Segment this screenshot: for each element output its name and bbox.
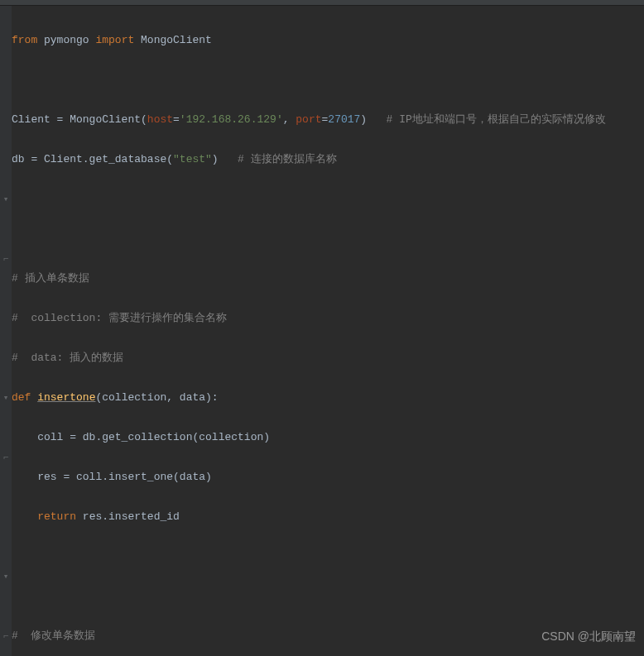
fold-down-icon[interactable]: ▾ bbox=[0, 388, 12, 408]
code-line[interactable]: return res.inserted_id bbox=[12, 507, 644, 527]
code-line[interactable]: def insertone(collection, data): bbox=[12, 388, 644, 408]
code-line[interactable] bbox=[12, 70, 644, 90]
fold-end-icon: ⌐ bbox=[0, 626, 12, 646]
fold-down-icon[interactable]: ▾ bbox=[0, 189, 12, 209]
code-line[interactable] bbox=[12, 547, 644, 567]
code-line[interactable]: # collection: 需要进行操作的集合名称 bbox=[12, 309, 644, 328]
code-line[interactable]: # data: 插入的数据 bbox=[12, 348, 644, 368]
code-line[interactable]: coll = db.get_collection(collection) bbox=[12, 428, 644, 448]
fold-end-icon: ⌐ bbox=[0, 249, 12, 269]
code-line[interactable]: res = coll.insert_one(data) bbox=[12, 467, 644, 487]
code-line[interactable]: # 修改单条数据 bbox=[12, 626, 644, 646]
code-line[interactable]: db = Client.get_database("test") # 连接的数据… bbox=[12, 150, 644, 170]
code-line[interactable]: # 插入单条数据 bbox=[12, 269, 644, 289]
code-area[interactable]: from pymongo import MongoClient Client =… bbox=[12, 6, 644, 656]
editor-gutter[interactable]: ▾ ⌐ ▾ ⌐ ▾ ⌐ bbox=[0, 6, 12, 656]
editor-tab-bar[interactable] bbox=[0, 0, 644, 6]
code-line[interactable] bbox=[12, 229, 644, 249]
code-line[interactable] bbox=[12, 189, 644, 209]
fold-end-icon: ⌐ bbox=[0, 448, 12, 467]
function-def-insertone: insertone bbox=[37, 391, 95, 404]
code-line[interactable] bbox=[12, 587, 644, 606]
code-line[interactable]: from pymongo import MongoClient bbox=[12, 31, 644, 50]
code-line[interactable]: Client = MongoClient(host='192.168.26.12… bbox=[12, 110, 644, 130]
fold-down-icon[interactable]: ▾ bbox=[0, 567, 12, 587]
code-editor: ▾ ⌐ ▾ ⌐ ▾ ⌐ from pymongo import MongoCli… bbox=[0, 6, 644, 656]
